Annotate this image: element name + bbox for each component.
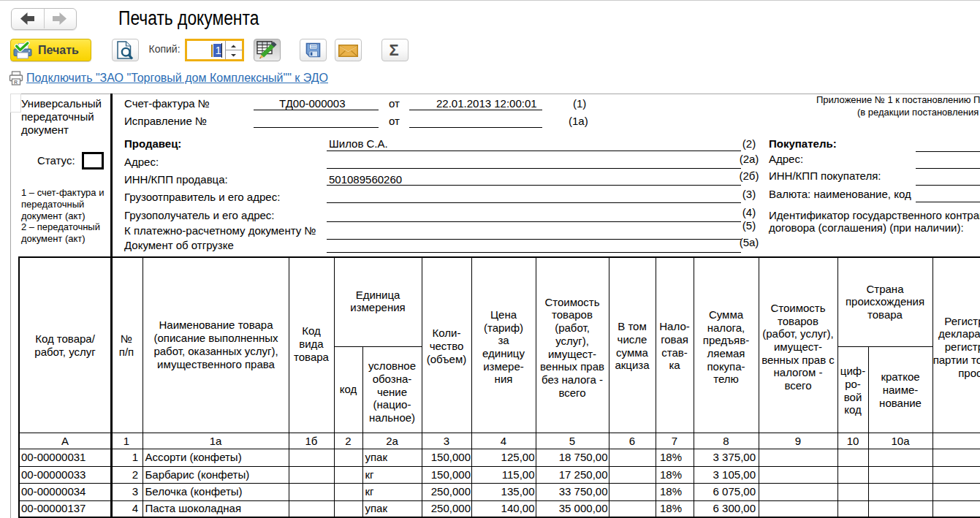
svg-text:R: R: [14, 80, 18, 85]
